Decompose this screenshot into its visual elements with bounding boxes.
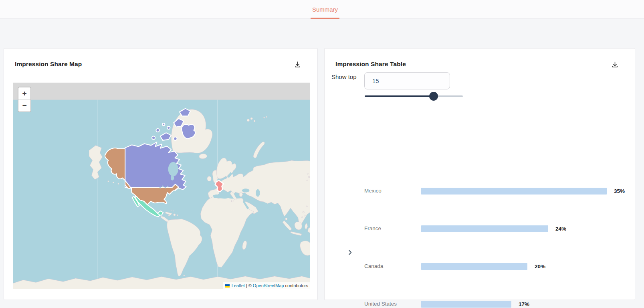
tab-active-underline [311,18,339,19]
map-panel-title: Impression Share Map [15,61,82,68]
bar-value: 24% [555,226,566,232]
tab-summary[interactable]: Summary [311,0,339,18]
bar[interactable] [421,225,548,232]
attribution-contributors: contributors [285,283,308,288]
bar-value: 17% [519,301,529,307]
chevron-right-icon[interactable] [345,248,354,257]
show-top-label: Show top [331,73,357,80]
slider-thumb[interactable] [429,92,438,101]
download-icon[interactable] [610,60,620,69]
ukraine-flag-icon [225,284,230,288]
map-zoom-control: + − [18,87,31,112]
table-panel-title: Impression Share Table [335,61,406,68]
chart-row: Mexico 35% [325,186,636,195]
bar-label: Canada [364,263,383,269]
top-tab-bar: Summary [0,0,644,18]
chart-row: Canada 20% [325,262,636,271]
chart-row: France 24% [325,224,636,233]
bar-label: France [364,225,381,231]
chart-row: United States 17% [325,300,636,308]
attribution-copyright: © [248,283,252,288]
show-top-input[interactable] [364,72,450,89]
zoom-out-button[interactable]: − [18,99,30,111]
download-icon[interactable] [293,60,302,69]
attribution-separator: | [246,283,247,288]
leaflet-link[interactable]: Leaflet [232,283,245,288]
tab-summary-label: Summary [312,6,338,13]
zoom-in-button[interactable]: + [18,87,30,99]
impression-share-table-panel: Impression Share Table Show top Mexico 3… [324,48,635,300]
slider-track-fill [365,95,434,97]
map-attribution: Leaflet | © OpenStreetMap contributors [223,282,310,289]
bar[interactable] [421,263,527,270]
bar-label: United States [364,301,397,307]
bar[interactable] [421,301,511,308]
bar-label: Mexico [364,188,382,194]
impression-share-map-panel: Impression Share Map [4,48,318,300]
openstreetmap-link[interactable]: OpenStreetMap [253,283,284,288]
bar-value: 35% [614,188,625,194]
leaflet-map[interactable]: + − Leaflet | © OpenStreetMap contributo… [13,83,310,289]
bar-value: 20% [535,263,545,270]
show-top-slider[interactable] [365,93,463,99]
bar[interactable] [421,188,607,195]
map-no-tile-band [13,83,310,100]
world-map-svg [13,83,310,289]
impression-share-bar-chart: Mexico 35% France 24% Canada 20% United … [325,109,636,277]
